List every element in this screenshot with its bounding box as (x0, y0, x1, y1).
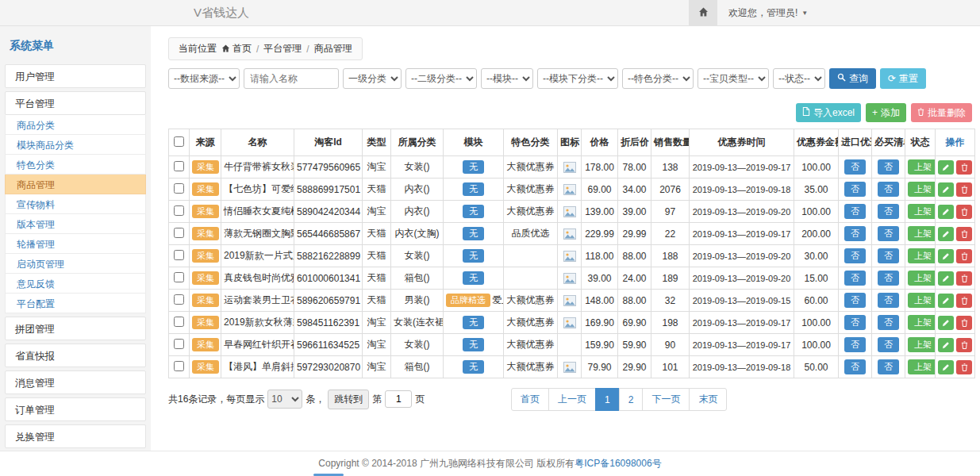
page-button[interactable]: 首页 (511, 388, 549, 411)
row-checkbox[interactable] (174, 317, 184, 327)
status-button[interactable]: 上架 (908, 226, 936, 241)
imported-toggle-button[interactable]: 否 (844, 271, 866, 286)
status-button[interactable]: 上架 (908, 271, 936, 286)
mustbuy-toggle-button[interactable]: 否 (878, 182, 899, 197)
mustbuy-toggle-button[interactable]: 否 (878, 248, 899, 263)
sidebar-item[interactable]: 消息管理 (5, 370, 146, 394)
imported-toggle-button[interactable]: 否 (844, 248, 866, 263)
mustbuy-toggle-button[interactable]: 否 (878, 204, 899, 219)
filter-select[interactable]: --模块-- (481, 68, 533, 89)
reset-button[interactable]: ⟳ 重置 (880, 68, 926, 89)
filter-select[interactable]: --数据来源-- (168, 68, 240, 89)
filter-select[interactable]: --模块下分类-- (537, 68, 618, 89)
page-button[interactable]: 下一页 (642, 388, 690, 411)
page-number-input[interactable] (385, 390, 412, 408)
row-checkbox[interactable] (174, 161, 184, 171)
mustbuy-toggle-button[interactable]: 否 (878, 359, 899, 374)
home-button[interactable] (689, 0, 717, 25)
row-checkbox[interactable] (174, 205, 184, 216)
page-button[interactable]: 上一页 (548, 388, 596, 411)
delete-button[interactable] (956, 294, 972, 308)
edit-button[interactable] (938, 338, 954, 352)
user-menu[interactable]: 欢迎您，管理员! ▼ (717, 6, 819, 20)
delete-button[interactable] (956, 316, 972, 330)
page-button[interactable]: 末页 (689, 388, 727, 411)
imported-toggle-button[interactable]: 否 (844, 359, 866, 374)
delete-button[interactable] (956, 360, 972, 374)
mustbuy-toggle-button[interactable]: 否 (878, 337, 899, 352)
imported-toggle-button[interactable]: 否 (844, 226, 866, 241)
sidebar-subitem[interactable]: 商品管理 (5, 175, 146, 194)
sidebar-item[interactable]: 拼团管理 (5, 317, 146, 340)
sidebar-subitem[interactable]: 轮播管理 (5, 234, 146, 254)
row-checkbox[interactable] (174, 339, 184, 349)
row-checkbox[interactable] (174, 250, 184, 260)
edit-button[interactable] (938, 160, 954, 175)
row-checkbox[interactable] (174, 228, 184, 238)
imported-toggle-button[interactable]: 否 (844, 204, 866, 219)
filter-select[interactable]: --二级分类-- (405, 68, 477, 89)
imported-toggle-button[interactable]: 否 (844, 315, 866, 330)
row-checkbox[interactable] (174, 361, 184, 371)
edit-button[interactable] (938, 294, 954, 308)
import-excel-button[interactable]: 导入excel (796, 103, 861, 122)
status-button[interactable]: 上架 (908, 204, 936, 219)
sidebar-item[interactable]: 平台管理 (5, 91, 146, 115)
mustbuy-toggle-button[interactable]: 否 (878, 315, 899, 330)
imported-toggle-button[interactable]: 否 (844, 159, 866, 175)
mustbuy-toggle-button[interactable]: 否 (878, 159, 899, 175)
sidebar-subitem[interactable]: 启动页管理 (5, 254, 146, 274)
imported-toggle-button[interactable]: 否 (844, 337, 866, 352)
edit-button[interactable] (938, 227, 954, 241)
status-button[interactable]: 上架 (908, 159, 936, 175)
mustbuy-toggle-button[interactable]: 否 (878, 293, 899, 308)
page-button[interactable]: 1 (595, 388, 620, 411)
sidebar-subitem[interactable]: 特色分类 (5, 155, 146, 175)
status-button[interactable]: 上架 (908, 293, 936, 308)
sidebar-subitem[interactable]: 意见反馈 (5, 274, 146, 294)
delete-button[interactable] (956, 182, 972, 197)
mustbuy-toggle-button[interactable]: 否 (878, 271, 899, 286)
jump-button[interactable]: 跳转到 (328, 390, 369, 409)
batch-delete-button[interactable]: 批量删除 (911, 103, 972, 122)
edit-button[interactable] (938, 249, 954, 263)
status-button[interactable]: 上架 (908, 248, 936, 263)
imported-toggle-button[interactable]: 否 (844, 293, 866, 308)
sidebar-subitem[interactable]: 版本管理 (5, 214, 146, 234)
sidebar-subitem[interactable]: 商品分类 (5, 115, 146, 135)
filter-select[interactable]: --特色分类-- (622, 68, 694, 89)
delete-button[interactable] (956, 249, 972, 263)
page-button[interactable]: 2 (619, 388, 644, 411)
imported-toggle-button[interactable]: 否 (844, 182, 866, 197)
sidebar-item[interactable]: 省直快报 (5, 344, 146, 367)
sidebar-item[interactable]: 兑换管理 (5, 424, 146, 448)
status-button[interactable]: 上架 (908, 359, 936, 374)
filter-select[interactable]: --宝贝类型-- (698, 68, 769, 89)
delete-button[interactable] (956, 205, 972, 219)
sidebar-item[interactable]: 用户管理 (5, 64, 146, 88)
per-page-select[interactable]: 10 (267, 390, 302, 409)
row-checkbox[interactable] (174, 272, 184, 282)
mustbuy-toggle-button[interactable]: 否 (878, 226, 899, 241)
delete-button[interactable] (956, 338, 972, 352)
edit-button[interactable] (938, 271, 954, 286)
sidebar-item[interactable]: 订单管理 (5, 397, 146, 421)
filter-select[interactable]: --状态-- (773, 68, 825, 89)
name-search-input[interactable] (244, 68, 339, 89)
delete-button[interactable] (956, 227, 972, 241)
search-button[interactable]: 查询 (829, 68, 876, 89)
edit-button[interactable] (938, 316, 954, 330)
status-button[interactable]: 上架 (908, 182, 936, 197)
edit-button[interactable] (938, 205, 954, 219)
breadcrumb-home-link[interactable]: 首页 (221, 42, 252, 56)
icp-link[interactable]: 粤ICP备16098006号 (575, 457, 661, 470)
edit-button[interactable] (938, 182, 954, 197)
filter-select[interactable]: 一级分类 (343, 68, 402, 89)
select-all-checkbox[interactable] (174, 136, 184, 147)
add-button[interactable]: + 添加 (866, 103, 906, 122)
sidebar-subitem[interactable]: 宣传物料 (5, 194, 146, 214)
row-checkbox[interactable] (174, 183, 184, 194)
status-button[interactable]: 上架 (908, 337, 936, 352)
delete-button[interactable] (956, 271, 972, 286)
row-checkbox[interactable] (174, 294, 184, 305)
